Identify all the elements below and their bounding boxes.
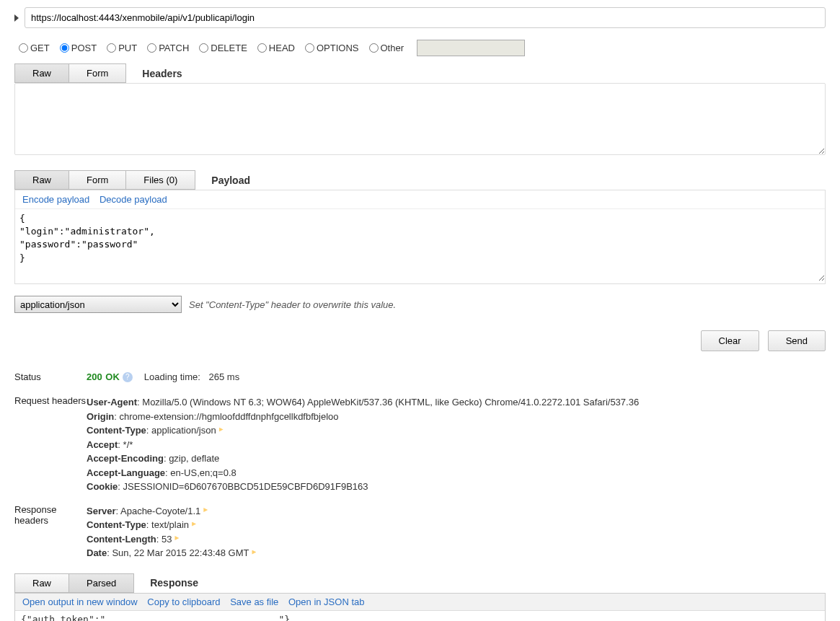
response-headers-list: Server: Apache-Coyote/1.1 Content-Type: … bbox=[87, 504, 256, 560]
request-headers-label: Request headers bbox=[14, 395, 87, 406]
header-row: Accept-Encoding: gzip, deflate bbox=[87, 452, 639, 466]
header-row: Date: Sun, 22 Mar 2015 22:43:48 GMT bbox=[87, 546, 256, 560]
token-redacted bbox=[105, 615, 278, 621]
response-headers-label: Response headers bbox=[14, 504, 87, 526]
method-post[interactable]: POST bbox=[60, 43, 97, 53]
status-text: OK bbox=[105, 371, 120, 382]
status-code: 200 bbox=[87, 371, 102, 382]
encode-payload-link[interactable]: Encode payload bbox=[22, 194, 89, 205]
method-get[interactable]: GET bbox=[19, 43, 50, 53]
payload-tab-raw[interactable]: Raw bbox=[14, 170, 69, 190]
method-other[interactable]: Other bbox=[369, 43, 404, 53]
loading-time-label: Loading time: bbox=[144, 371, 200, 382]
help-icon[interactable]: ? bbox=[123, 372, 133, 382]
content-type-hint: Set "Content-Type" header to overwrite t… bbox=[189, 299, 396, 310]
method-options[interactable]: OPTIONS bbox=[305, 43, 359, 53]
header-row: Server: Apache-Coyote/1.1 bbox=[87, 504, 256, 519]
response-body: {"auth_token":""} bbox=[15, 611, 825, 622]
header-row: Content-Type: application/json bbox=[87, 423, 639, 438]
headers-label: Headers bbox=[142, 68, 182, 79]
headers-tab-raw[interactable]: Raw bbox=[14, 63, 69, 83]
response-tab-parsed[interactable]: Parsed bbox=[69, 573, 134, 593]
flag-icon bbox=[174, 536, 179, 543]
http-method-group: GET POST PUT PATCH DELETE HEAD OPTIONS O… bbox=[14, 34, 826, 63]
save-file-link[interactable]: Save as file bbox=[230, 596, 278, 607]
payload-textarea[interactable] bbox=[15, 209, 825, 281]
payload-tab-files[interactable]: Files (0) bbox=[126, 170, 195, 190]
open-json-tab-link[interactable]: Open in JSON tab bbox=[288, 596, 365, 607]
method-other-input[interactable] bbox=[417, 40, 525, 56]
payload-label: Payload bbox=[211, 175, 250, 186]
flag-icon bbox=[192, 522, 196, 529]
headers-textarea[interactable] bbox=[14, 83, 826, 155]
header-row: User-Agent: Mozilla/5.0 (Windows NT 6.3;… bbox=[87, 395, 639, 410]
open-output-link[interactable]: Open output in new window bbox=[22, 596, 138, 607]
copy-clipboard-link[interactable]: Copy to clipboard bbox=[147, 596, 220, 607]
method-head[interactable]: HEAD bbox=[257, 43, 295, 53]
decode-payload-link[interactable]: Decode payload bbox=[100, 194, 167, 205]
content-type-select[interactable]: application/json bbox=[14, 296, 182, 313]
header-row: Cookie: JSESSIONID=6D607670BBCD51DE59CBF… bbox=[87, 480, 639, 494]
response-tab-raw[interactable]: Raw bbox=[14, 573, 69, 593]
method-patch[interactable]: PATCH bbox=[147, 43, 189, 53]
send-button[interactable]: Send bbox=[768, 330, 826, 351]
header-row: Content-Length: 53 bbox=[87, 532, 256, 547]
loading-time-value: 265 ms bbox=[209, 371, 240, 382]
header-row: Content-Type: text/plain bbox=[87, 518, 256, 532]
payload-tab-form[interactable]: Form bbox=[69, 170, 126, 190]
method-put[interactable]: PUT bbox=[107, 43, 137, 53]
header-row: Accept: */* bbox=[87, 438, 639, 452]
headers-tab-form[interactable]: Form bbox=[69, 63, 126, 83]
flag-icon bbox=[219, 428, 224, 435]
header-row: Accept-Language: en-US,en;q=0.8 bbox=[87, 466, 639, 480]
response-label: Response bbox=[150, 577, 198, 589]
expand-url-arrow[interactable] bbox=[14, 14, 19, 22]
flag-icon bbox=[203, 508, 208, 515]
status-label: Status bbox=[14, 371, 87, 382]
url-input[interactable] bbox=[25, 7, 826, 28]
header-row: Origin: chrome-extension://hgmloofddffdn… bbox=[87, 410, 639, 424]
clear-button[interactable]: Clear bbox=[701, 330, 759, 351]
request-headers-list: User-Agent: Mozilla/5.0 (Windows NT 6.3;… bbox=[87, 395, 639, 494]
flag-icon bbox=[252, 550, 256, 558]
method-delete[interactable]: DELETE bbox=[199, 43, 247, 53]
